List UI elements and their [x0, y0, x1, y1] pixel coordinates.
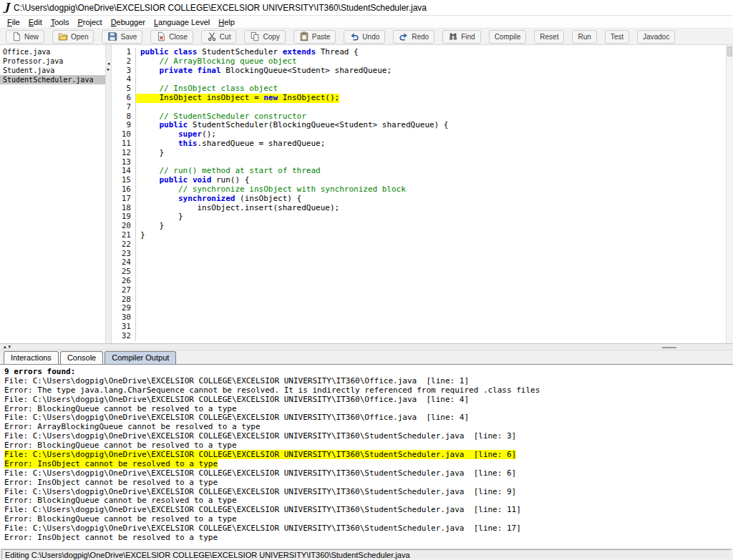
code-text: [136, 240, 140, 250]
editor-scrollbar[interactable]: [726, 45, 733, 343]
vertical-splitter[interactable]: ◂ ▸: [105, 45, 112, 343]
code-line[interactable]: 19 }: [112, 212, 726, 222]
compile-button[interactable]: Compile: [489, 30, 527, 44]
redo-button[interactable]: Redo: [393, 30, 435, 44]
menu-help[interactable]: Help: [214, 17, 239, 27]
line-number: 11: [112, 139, 136, 149]
code-line[interactable]: 30: [112, 313, 726, 323]
collapse-left-icon[interactable]: ◂: [107, 61, 110, 67]
close-file-icon: [156, 31, 166, 41]
code-line[interactable]: 32: [112, 332, 726, 341]
menu-debugger[interactable]: Debugger: [107, 17, 150, 27]
scrollbar-thumb[interactable]: [727, 46, 732, 57]
paste-button[interactable]: Paste: [293, 30, 336, 44]
file-item-studentscheduler-java[interactable]: StudentScheduler.java: [0, 75, 105, 84]
button-label: New: [24, 33, 39, 41]
code-line[interactable]: 29: [112, 304, 726, 313]
tab-console[interactable]: Console: [60, 351, 103, 364]
code-text: [136, 295, 140, 305]
code-line[interactable]: 31: [112, 323, 726, 332]
find-button[interactable]: Find: [442, 30, 480, 44]
menu-edit[interactable]: Edit: [24, 17, 47, 27]
file-item-professor-java[interactable]: Professor.java: [0, 57, 105, 66]
toolbar: NewOpenSaveCloseCutCopyPasteUndoRedoFind…: [0, 28, 733, 45]
code-line[interactable]: 3 private final BlockingQueue<Student> s…: [112, 67, 726, 76]
line-number: 26: [112, 277, 136, 286]
button-label: Reset: [540, 33, 558, 41]
code-line[interactable]: 22: [112, 240, 726, 250]
new-button[interactable]: New: [6, 30, 44, 44]
code-line[interactable]: 24: [112, 258, 726, 267]
splitter-grip[interactable]: [662, 347, 676, 348]
tab-compiler-output[interactable]: Compiler Output: [105, 351, 176, 364]
copy-button[interactable]: Copy: [244, 30, 285, 44]
app-icon: J: [4, 2, 9, 13]
save-button[interactable]: Save: [102, 30, 142, 44]
button-label: Close: [169, 33, 188, 41]
menu-tools[interactable]: Tools: [47, 17, 74, 27]
horizontal-splitter[interactable]: ▴ ▾: [0, 343, 733, 350]
code-editor[interactable]: 1public class StudentScheduler extends T…: [112, 45, 726, 343]
file-item-office-java[interactable]: Office.java: [0, 47, 105, 57]
code-text: [136, 286, 140, 295]
code-text: }: [136, 231, 145, 240]
code-text: }: [136, 149, 164, 158]
line-number: 12: [112, 149, 136, 158]
code-line[interactable]: 20 }: [112, 222, 726, 231]
code-line[interactable]: 11 this.sharedQueue = sharedQueue;: [112, 139, 726, 149]
undo-icon: [349, 31, 359, 41]
line-number: 6: [112, 94, 136, 103]
line-number: 17: [112, 195, 136, 204]
title-bar[interactable]: J C:\Users\dogpig\OneDrive\EXCELSIOR COL…: [0, 0, 733, 16]
line-number: 22: [112, 240, 136, 250]
menu-language-level[interactable]: Language Level: [150, 17, 214, 27]
code-text-highlighted: InsObject insObject = new InsObject();: [136, 94, 339, 103]
button-label: Test: [611, 33, 623, 41]
paste-icon: [299, 31, 309, 41]
button-label: Find: [461, 33, 475, 41]
open-button[interactable]: Open: [52, 30, 94, 44]
code-line[interactable]: 26: [112, 277, 726, 286]
code-line[interactable]: 18 insObject.insert(sharedQueue);: [112, 204, 726, 213]
collapse-down-icon[interactable]: ▾: [9, 344, 11, 350]
reset-button[interactable]: Reset: [534, 30, 564, 44]
javadoc-button[interactable]: Javadoc: [637, 30, 675, 44]
code-line[interactable]: 27: [112, 286, 726, 295]
main-area: Office.javaProfessor.javaStudent.javaStu…: [0, 45, 733, 343]
status-text: Editing C:\Users\dogpig\OneDrive\EXCELSI…: [1, 549, 732, 559]
code-line[interactable]: 25: [112, 267, 726, 277]
cut-button[interactable]: Cut: [201, 30, 237, 44]
undo-button[interactable]: Undo: [344, 30, 385, 44]
button-label: Save: [120, 33, 137, 41]
code-text: [136, 250, 140, 259]
collapse-right-icon[interactable]: ▸: [107, 67, 110, 72]
output-file-line[interactable]: File: C:\Users\dogpig\OneDrive\EXCELSIOR…: [4, 451, 729, 460]
menu-bar: FileEditToolsProjectDebuggerLanguage Lev…: [0, 16, 733, 28]
run-button[interactable]: Run: [572, 30, 596, 44]
code-line[interactable]: 28: [112, 295, 726, 305]
code-text: private final BlockingQueue<Student> sha…: [136, 67, 392, 76]
test-button[interactable]: Test: [605, 30, 629, 44]
collapse-up-icon[interactable]: ▴: [4, 344, 6, 350]
output-error-line[interactable]: Error: InsObject cannot be resolved to a…: [4, 534, 729, 543]
code-line[interactable]: 21}: [112, 231, 726, 240]
menu-project[interactable]: Project: [73, 17, 106, 27]
close-button[interactable]: Close: [150, 30, 193, 44]
line-number: 7: [112, 103, 136, 112]
code-text: this.sharedQueue = sharedQueue;: [136, 139, 325, 149]
code-line[interactable]: 23: [112, 250, 726, 259]
menu-file[interactable]: File: [3, 17, 24, 27]
file-item-student-java[interactable]: Student.java: [0, 66, 105, 75]
line-number: 1: [112, 48, 136, 57]
status-bar: Editing C:\Users\dogpig\OneDrive\EXCELSI…: [0, 547, 733, 560]
line-number: 4: [112, 75, 136, 84]
redo-icon: [399, 31, 409, 41]
code-text: [136, 258, 140, 267]
tab-interactions[interactable]: Interactions: [4, 351, 59, 364]
code-text: [136, 304, 140, 313]
code-line[interactable]: 12 }: [112, 149, 726, 158]
button-label: Compile: [495, 33, 521, 41]
line-number: 27: [112, 286, 136, 295]
button-label: Undo: [362, 33, 379, 41]
code-line[interactable]: 6 InsObject insObject = new InsObject();: [112, 94, 726, 103]
